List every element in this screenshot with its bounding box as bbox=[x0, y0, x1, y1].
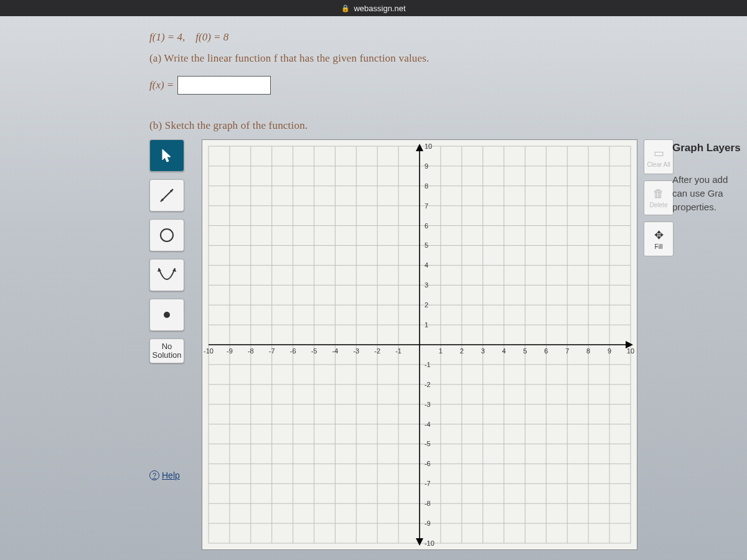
circle-icon bbox=[158, 226, 176, 244]
answer-input[interactable] bbox=[177, 76, 271, 95]
fill-button[interactable]: ✥ Fill bbox=[644, 222, 674, 256]
svg-text:-4: -4 bbox=[332, 347, 339, 355]
svg-text:8: 8 bbox=[586, 347, 590, 355]
svg-text:-7: -7 bbox=[269, 347, 275, 355]
svg-text:6: 6 bbox=[544, 347, 548, 355]
svg-text:8: 8 bbox=[425, 182, 428, 190]
part-a-prompt: (a) Write the linear function f that has… bbox=[149, 52, 747, 65]
clear-all-icon: ▭ bbox=[654, 146, 664, 160]
svg-text:-8: -8 bbox=[248, 347, 254, 355]
layers-line3: properties. bbox=[672, 200, 747, 214]
svg-text:2: 2 bbox=[425, 301, 428, 309]
svg-text:5: 5 bbox=[425, 241, 428, 249]
parabola-icon bbox=[156, 266, 177, 284]
graph-layers-title: Graph Layers bbox=[672, 142, 747, 154]
tool-line[interactable] bbox=[149, 179, 184, 212]
part-b-prompt: (b) Sketch the graph of the function. bbox=[149, 119, 747, 132]
help-icon: ? bbox=[149, 470, 159, 480]
delete-button[interactable]: 🗑 Delete bbox=[644, 180, 674, 215]
pointer-icon bbox=[161, 149, 172, 162]
layers-line2: can use Gra bbox=[672, 187, 747, 200]
svg-text:4: 4 bbox=[425, 261, 428, 269]
clear-all-button[interactable]: ▭ Clear All bbox=[644, 139, 674, 174]
graph-area: No Solution ? Help -10-9-8-7-6-5-4-3-2-1… bbox=[149, 139, 747, 550]
svg-text:-3: -3 bbox=[353, 347, 359, 355]
svg-text:1: 1 bbox=[439, 347, 443, 355]
help-label: Help bbox=[162, 470, 180, 480]
tool-point[interactable] bbox=[149, 299, 184, 331]
svg-text:-8: -8 bbox=[425, 500, 431, 507]
delete-label: Delete bbox=[650, 202, 668, 208]
svg-text:9: 9 bbox=[425, 162, 428, 170]
help-link[interactable]: ? Help bbox=[149, 470, 198, 480]
svg-text:10: 10 bbox=[627, 347, 634, 355]
layers-line1: After you add bbox=[672, 173, 747, 187]
svg-text:4: 4 bbox=[502, 347, 506, 355]
svg-text:-10: -10 bbox=[204, 347, 214, 355]
svg-marker-51 bbox=[416, 144, 423, 151]
browser-url-bar: 🔒 webassign.net bbox=[0, 0, 747, 16]
no-solution-label-2: Solution bbox=[153, 351, 182, 360]
answer-row: f(x) = bbox=[149, 76, 747, 95]
grid-svg: -10-9-8-7-6-5-4-3-2-11234567891010987654… bbox=[202, 140, 637, 549]
side-panel: ▭ Clear All 🗑 Delete ✥ Fill bbox=[644, 139, 674, 256]
problem-content: f(1) = 4, f(0) = 8 (a) Write the linear … bbox=[149, 16, 747, 550]
svg-marker-52 bbox=[416, 538, 423, 546]
svg-text:-1: -1 bbox=[425, 361, 431, 368]
svg-text:-1: -1 bbox=[395, 347, 402, 355]
svg-text:7: 7 bbox=[425, 202, 428, 210]
tool-parabola[interactable] bbox=[149, 259, 184, 291]
tool-pointer[interactable] bbox=[149, 139, 184, 172]
svg-text:-5: -5 bbox=[425, 441, 431, 448]
graph-canvas[interactable]: -10-9-8-7-6-5-4-3-2-11234567891010987654… bbox=[202, 139, 637, 550]
svg-text:5: 5 bbox=[523, 347, 527, 355]
no-solution-label-1: No bbox=[162, 342, 172, 351]
svg-text:3: 3 bbox=[481, 347, 485, 355]
clear-all-label: Clear All bbox=[647, 161, 670, 168]
svg-text:-7: -7 bbox=[425, 480, 431, 487]
svg-text:2: 2 bbox=[460, 347, 464, 355]
svg-text:-5: -5 bbox=[311, 347, 317, 355]
point-icon bbox=[161, 309, 173, 321]
fill-icon: ✥ bbox=[654, 228, 664, 242]
svg-text:-3: -3 bbox=[425, 401, 431, 408]
tool-circle[interactable] bbox=[149, 219, 184, 251]
svg-text:-9: -9 bbox=[425, 520, 431, 527]
fill-label: Fill bbox=[655, 243, 663, 250]
svg-text:7: 7 bbox=[565, 347, 569, 355]
url-text: webassign.net bbox=[354, 4, 405, 13]
svg-text:-4: -4 bbox=[425, 421, 431, 428]
svg-point-3 bbox=[161, 229, 173, 241]
lock-icon: 🔒 bbox=[341, 4, 350, 12]
tool-palette: No Solution ? Help bbox=[149, 139, 198, 480]
svg-text:10: 10 bbox=[425, 142, 432, 150]
svg-text:-6: -6 bbox=[290, 347, 296, 355]
svg-text:-6: -6 bbox=[425, 460, 431, 467]
svg-text:3: 3 bbox=[425, 281, 428, 289]
trash-icon: 🗑 bbox=[653, 187, 664, 200]
svg-point-6 bbox=[164, 312, 170, 318]
given-values-text: f(1) = 4, f(0) = 8 bbox=[149, 31, 228, 43]
svg-text:-2: -2 bbox=[374, 347, 380, 355]
graph-layers-panel: Graph Layers After you add can use Gra p… bbox=[672, 142, 747, 214]
tool-no-solution[interactable]: No Solution bbox=[149, 338, 184, 363]
line-icon bbox=[157, 186, 176, 205]
fx-label: f(x) = bbox=[149, 79, 174, 91]
graph-layers-text: After you add can use Gra properties. bbox=[672, 173, 747, 214]
svg-text:-10: -10 bbox=[425, 539, 435, 547]
given-values: f(1) = 4, f(0) = 8 bbox=[149, 31, 747, 44]
svg-text:9: 9 bbox=[608, 347, 611, 355]
svg-text:-9: -9 bbox=[227, 347, 233, 355]
svg-text:6: 6 bbox=[425, 222, 428, 230]
svg-text:1: 1 bbox=[425, 321, 428, 329]
svg-text:-2: -2 bbox=[425, 381, 431, 388]
